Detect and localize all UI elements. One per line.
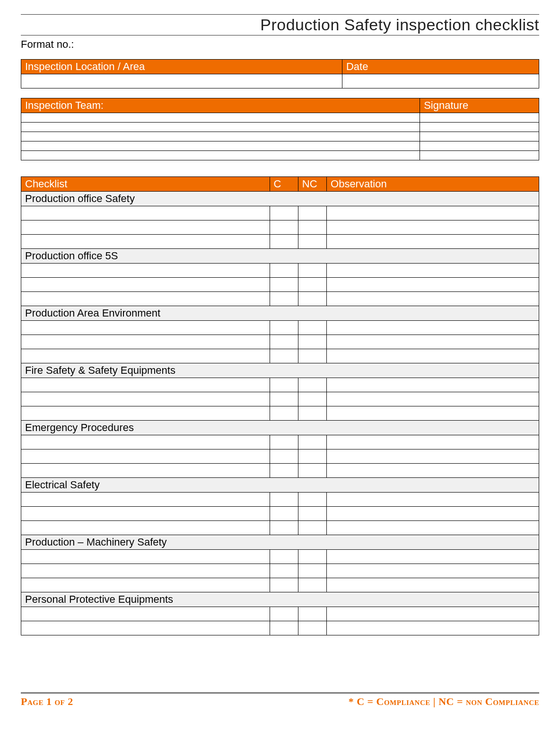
compliance-field[interactable] <box>270 435 298 449</box>
noncompliance-field[interactable] <box>298 349 326 363</box>
team-name-field[interactable] <box>21 141 420 151</box>
observation-field[interactable] <box>327 235 539 249</box>
team-name-field[interactable] <box>21 132 420 141</box>
checklist-item-field[interactable] <box>21 435 270 449</box>
noncompliance-field[interactable] <box>298 507 326 521</box>
compliance-field[interactable] <box>270 335 298 349</box>
observation-field[interactable] <box>327 220 539 235</box>
checklist-item-field[interactable] <box>21 292 270 306</box>
compliance-field[interactable] <box>270 349 298 363</box>
observation-field[interactable] <box>327 335 539 349</box>
checklist-item-field[interactable] <box>21 278 270 292</box>
noncompliance-field[interactable] <box>298 206 326 220</box>
checklist-item-field[interactable] <box>21 564 270 578</box>
noncompliance-field[interactable] <box>298 464 326 478</box>
compliance-field[interactable] <box>270 564 298 578</box>
compliance-field[interactable] <box>270 220 298 235</box>
compliance-field[interactable] <box>270 278 298 292</box>
team-name-field[interactable] <box>21 123 420 132</box>
checklist-item-field[interactable] <box>21 578 270 592</box>
compliance-field[interactable] <box>270 321 298 335</box>
checklist-item-field[interactable] <box>21 493 270 507</box>
observation-field[interactable] <box>327 321 539 335</box>
checklist-item-field[interactable] <box>21 206 270 220</box>
noncompliance-field[interactable] <box>298 578 326 592</box>
compliance-field[interactable] <box>270 521 298 535</box>
team-name-field[interactable] <box>21 113 420 123</box>
noncompliance-field[interactable] <box>298 378 326 392</box>
noncompliance-field[interactable] <box>298 621 326 635</box>
observation-field[interactable] <box>327 464 539 478</box>
observation-field[interactable] <box>327 278 539 292</box>
noncompliance-field[interactable] <box>298 292 326 306</box>
team-name-field[interactable] <box>21 151 420 160</box>
checklist-item-field[interactable] <box>21 464 270 478</box>
location-field[interactable] <box>21 74 342 88</box>
team-signature-field[interactable] <box>420 113 539 123</box>
observation-field[interactable] <box>327 378 539 392</box>
checklist-item-field[interactable] <box>21 406 270 421</box>
observation-field[interactable] <box>327 493 539 507</box>
checklist-item-field[interactable] <box>21 335 270 349</box>
checklist-item-field[interactable] <box>21 521 270 535</box>
checklist-item-field[interactable] <box>21 392 270 406</box>
observation-field[interactable] <box>327 435 539 449</box>
noncompliance-field[interactable] <box>298 550 326 564</box>
noncompliance-field[interactable] <box>298 278 326 292</box>
observation-field[interactable] <box>327 206 539 220</box>
checklist-item-field[interactable] <box>21 235 270 249</box>
compliance-field[interactable] <box>270 550 298 564</box>
compliance-field[interactable] <box>270 406 298 421</box>
observation-field[interactable] <box>327 578 539 592</box>
date-field[interactable] <box>342 74 539 88</box>
checklist-item-field[interactable] <box>21 220 270 235</box>
observation-field[interactable] <box>327 507 539 521</box>
noncompliance-field[interactable] <box>298 607 326 621</box>
noncompliance-field[interactable] <box>298 335 326 349</box>
compliance-field[interactable] <box>270 235 298 249</box>
observation-field[interactable] <box>327 550 539 564</box>
noncompliance-field[interactable] <box>298 449 326 464</box>
noncompliance-field[interactable] <box>298 493 326 507</box>
checklist-item-field[interactable] <box>21 607 270 621</box>
noncompliance-field[interactable] <box>298 406 326 421</box>
observation-field[interactable] <box>327 564 539 578</box>
observation-field[interactable] <box>327 521 539 535</box>
checklist-item-field[interactable] <box>21 378 270 392</box>
compliance-field[interactable] <box>270 493 298 507</box>
noncompliance-field[interactable] <box>298 264 326 278</box>
checklist-item-field[interactable] <box>21 621 270 635</box>
noncompliance-field[interactable] <box>298 321 326 335</box>
observation-field[interactable] <box>327 449 539 464</box>
checklist-item-field[interactable] <box>21 507 270 521</box>
checklist-item-field[interactable] <box>21 449 270 464</box>
compliance-field[interactable] <box>270 621 298 635</box>
noncompliance-field[interactable] <box>298 435 326 449</box>
observation-field[interactable] <box>327 621 539 635</box>
compliance-field[interactable] <box>270 449 298 464</box>
team-signature-field[interactable] <box>420 141 539 151</box>
checklist-item-field[interactable] <box>21 321 270 335</box>
compliance-field[interactable] <box>270 464 298 478</box>
compliance-field[interactable] <box>270 264 298 278</box>
compliance-field[interactable] <box>270 292 298 306</box>
compliance-field[interactable] <box>270 206 298 220</box>
compliance-field[interactable] <box>270 378 298 392</box>
team-signature-field[interactable] <box>420 151 539 160</box>
compliance-field[interactable] <box>270 392 298 406</box>
compliance-field[interactable] <box>270 507 298 521</box>
observation-field[interactable] <box>327 392 539 406</box>
checklist-item-field[interactable] <box>21 550 270 564</box>
noncompliance-field[interactable] <box>298 564 326 578</box>
team-signature-field[interactable] <box>420 123 539 132</box>
compliance-field[interactable] <box>270 607 298 621</box>
noncompliance-field[interactable] <box>298 235 326 249</box>
observation-field[interactable] <box>327 264 539 278</box>
compliance-field[interactable] <box>270 578 298 592</box>
checklist-item-field[interactable] <box>21 349 270 363</box>
observation-field[interactable] <box>327 406 539 421</box>
team-signature-field[interactable] <box>420 132 539 141</box>
observation-field[interactable] <box>327 607 539 621</box>
noncompliance-field[interactable] <box>298 220 326 235</box>
observation-field[interactable] <box>327 349 539 363</box>
